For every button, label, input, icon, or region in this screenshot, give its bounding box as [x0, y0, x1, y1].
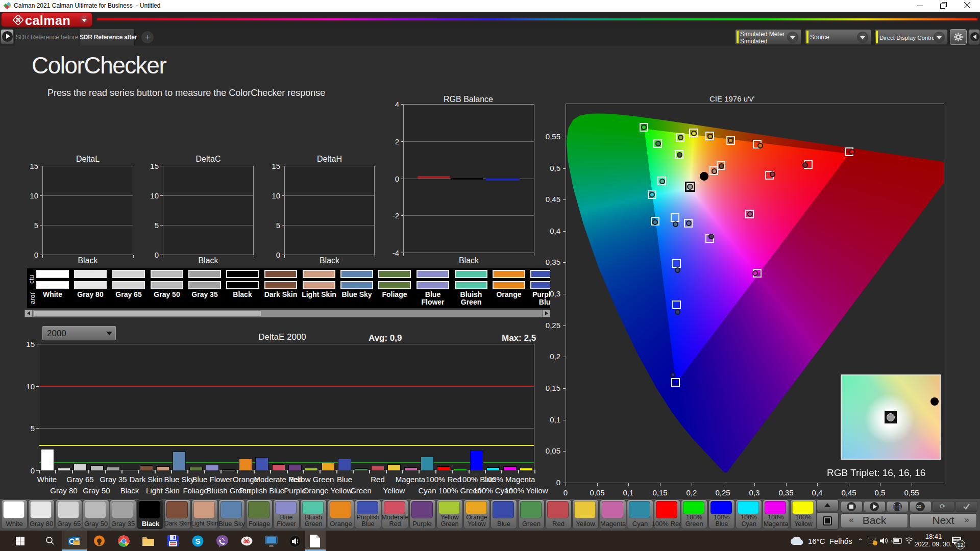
svg-text:S: S	[195, 537, 200, 545]
